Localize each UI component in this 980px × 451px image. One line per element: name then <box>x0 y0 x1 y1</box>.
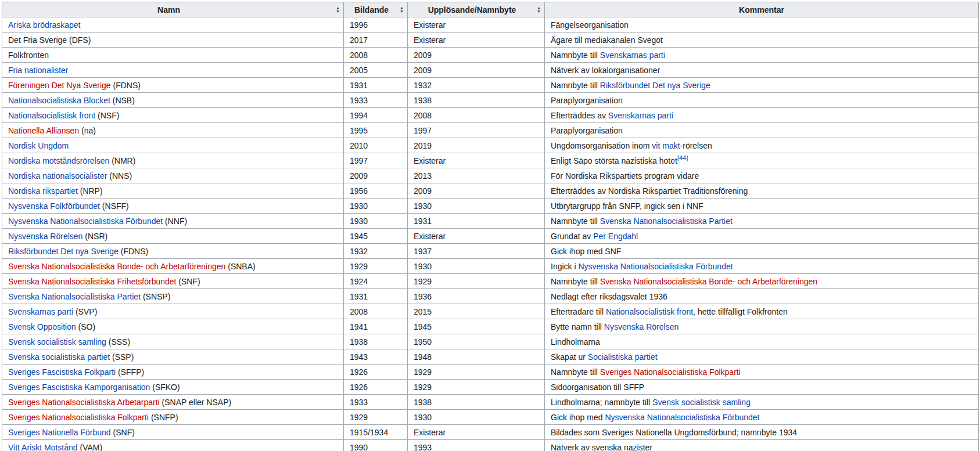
wiki-link[interactable]: Nationalsocialistiska Blocket <box>8 96 110 105</box>
wiki-link[interactable]: Nysvenska Rörelsen <box>604 322 679 331</box>
cell-upplosande: 2008 <box>408 108 545 123</box>
wiki-link[interactable]: Nysvenska Nationalsocialistiska Förbunde… <box>8 217 163 226</box>
wiki-link[interactable]: Ariska brödraskapet <box>8 20 81 30</box>
wiki-link[interactable]: Svenskarnas parti <box>608 111 673 120</box>
cell-namn: Riksförbundet Det nya Sverige (FDNS) <box>2 244 344 259</box>
wiki-link[interactable]: Svensk Opposition <box>8 322 76 331</box>
wiki-link[interactable]: Nysvenska Nationalsocialistiska Förbunde… <box>605 413 759 422</box>
wiki-link[interactable]: Nysvenska Rörelsen <box>8 232 82 241</box>
wiki-link[interactable]: Vitt Ariskt Motstånd <box>8 443 78 451</box>
wiki-link[interactable]: Svenskarnas parti <box>600 50 665 60</box>
wiki-link[interactable]: Nationalsocialistisk front <box>8 111 95 120</box>
wiki-link[interactable]: Svenska Nationalsocialistiska Partiet <box>8 292 141 301</box>
cell-namn: Nationella Alliansen (na) <box>2 123 344 138</box>
cell-text: 2013 <box>414 171 432 181</box>
sort-both-icon[interactable]: ▲▼ <box>537 6 541 13</box>
cell-namn: Svensk socialistisk samling (SSS) <box>2 334 344 349</box>
cell-upplosande: 1937 <box>408 244 545 259</box>
cell-bildande: 1943 <box>344 349 408 365</box>
column-header-label: Kommentar <box>739 5 784 15</box>
wiki-link-red[interactable]: Svenska Nationalsocialistiska Bonde- och… <box>8 262 225 271</box>
column-header-bildande[interactable]: Bildande▲▼ <box>344 2 408 17</box>
wiki-link[interactable]: Per Engdahl <box>593 232 638 241</box>
wiki-link[interactable]: Sveriges Fascistiska Folkparti <box>8 367 116 377</box>
cell-bildande: 2008 <box>344 48 408 63</box>
cell-text: Existerar <box>414 20 446 30</box>
cell-upplosande: 2019 <box>408 138 545 153</box>
cell-text: 1929 <box>414 367 432 377</box>
wiki-link[interactable]: Nysvenska Nationalsocialistiska Förbunde… <box>578 262 733 271</box>
cell-upplosande: 1929 <box>408 365 545 380</box>
wiki-link-red[interactable]: Svenska Nationalsocialistiska Bonde- och… <box>600 277 817 286</box>
wiki-link[interactable]: Riksförbundet Det nya Sverige <box>600 81 710 90</box>
sort-both-icon[interactable]: ▲▼ <box>400 6 404 13</box>
cell-namn: Nysvenska Rörelsen (NSR) <box>2 229 344 244</box>
wiki-link[interactable]: Svenskarnas parti <box>8 307 73 316</box>
cell-namn: Sveriges Fascistiska Kamporganisation (S… <box>2 380 344 395</box>
wiki-link[interactable]: Nysvenska Folkförbundet <box>8 201 100 211</box>
wiki-link[interactable]: Svensk socialistisk samling <box>8 337 106 347</box>
cell-text: 1933 <box>350 96 368 105</box>
cell-upplosande: 1931 <box>408 214 545 229</box>
cell-bildande: 1933 <box>344 93 408 108</box>
wiki-link[interactable]: Nationalsocialistisk front <box>606 307 693 316</box>
column-header-namn[interactable]: Namn▲▼ <box>2 2 344 17</box>
wiki-link-red[interactable]: Sveriges Nationalsocialistiska Folkparti <box>600 367 741 377</box>
cell-text: 1926 <box>350 383 368 392</box>
wiki-link[interactable]: Fria nationalister <box>8 66 69 75</box>
table-row: Sveriges Nationella Förbund (SNF)1915/19… <box>2 425 979 440</box>
cell-upplosande: Existerar <box>408 33 545 48</box>
cell-bildande: 1941 <box>344 319 408 334</box>
cell-text: (VAM) <box>78 443 103 451</box>
cell-upplosande: 2009 <box>408 183 545 199</box>
cell-namn: Det Fria Sverige (DFS) <box>2 33 344 48</box>
wiki-link[interactable]: Riksförbundet Det nya Sverige <box>8 247 119 256</box>
wiki-link[interactable]: Nordisk Ungdom <box>8 141 69 150</box>
wiki-link[interactable]: Sveriges Fascistiska Kamporganisation <box>8 383 150 392</box>
wiki-link[interactable]: Svenska socialistiska partiet <box>8 352 110 362</box>
wiki-link-red[interactable]: Föreningen Det Nya Sverige <box>8 81 111 90</box>
table-row: Nysvenska Nationalsocialistiska Förbunde… <box>2 214 979 229</box>
wiki-link[interactable]: Sveriges Nationella Förbund <box>8 428 111 437</box>
cell-bildande: 1929 <box>344 410 408 425</box>
wiki-link-red[interactable]: Sveriges Nationalsocialistiska Folkparti <box>8 413 149 422</box>
cell-text: 1993 <box>414 443 432 451</box>
cell-text: (SSS) <box>106 337 130 347</box>
wiki-link[interactable]: vit makt <box>652 141 680 150</box>
cell-kommentar: Utbrytargrupp från SNFP, ingick sen i NN… <box>545 199 979 214</box>
wiki-link-red[interactable]: Nationella Alliansen <box>8 126 79 135</box>
wiki-link-red[interactable]: Sveriges Nationalsocialistiska Arbetarpa… <box>8 398 160 407</box>
cell-text: Utbrytargrupp från SNFP, ingick sen i NN… <box>551 201 703 211</box>
cell-namn: Svenska Nationalsocialistiska Bonde- och… <box>2 259 344 274</box>
cell-upplosande: 1932 <box>408 78 545 93</box>
cell-kommentar: Gick ihop med SNF <box>545 244 979 259</box>
cell-bildande: 2017 <box>344 33 408 48</box>
wiki-link[interactable]: Svensk socialistisk samling <box>652 398 751 407</box>
cell-text: (NNS) <box>107 171 132 181</box>
table-row: Sveriges Fascistiska Kamporganisation (S… <box>2 380 979 395</box>
cell-kommentar: Ägare till mediakanalen Svegot <box>545 33 979 48</box>
cell-namn: Sveriges Fascistiska Folkparti (SFFP) <box>2 365 344 380</box>
cell-text: (SO) <box>76 322 95 331</box>
wiki-link[interactable]: Nordiska nationalsocialister <box>8 171 107 181</box>
cell-kommentar: Nedlagt efter riksdagsvalet 1936 <box>545 289 979 304</box>
sort-both-icon[interactable]: ▲▼ <box>336 6 340 13</box>
wiki-link[interactable]: Socialistiska partiet <box>588 352 658 362</box>
cell-upplosande: 1997 <box>408 123 545 138</box>
cell-kommentar: Fängelseorganisation <box>545 17 979 33</box>
cell-text: (SFKO) <box>150 383 180 392</box>
cell-text: 2015 <box>414 307 432 316</box>
reference-link[interactable]: [44] <box>677 154 688 161</box>
wiki-link[interactable]: Nordiska motståndsrörelsen <box>8 156 109 165</box>
wiki-link[interactable]: Svenska Nationalsocialistiska Partiet <box>600 217 733 226</box>
cell-bildande: 1924 <box>344 274 408 289</box>
cell-text: (SFFP) <box>116 367 144 377</box>
wiki-link[interactable]: Nordiska rikspartiet <box>8 186 78 196</box>
wiki-link-red[interactable]: Svenska Nationalsocialistiska Frihetsför… <box>8 277 176 286</box>
table-row: Sveriges Nationalsocialistiska Folkparti… <box>2 410 979 425</box>
cell-text: Lindholmarna <box>551 337 600 347</box>
column-header-upplosande[interactable]: Upplösande/Namnbyte▲▼ <box>408 2 545 17</box>
table-row: Nysvenska Rörelsen (NSR)1945ExisterarGru… <box>2 229 979 244</box>
table-row: Svenska Nationalsocialistiska Bonde- och… <box>2 259 979 274</box>
cell-text: (NSF) <box>95 111 119 120</box>
